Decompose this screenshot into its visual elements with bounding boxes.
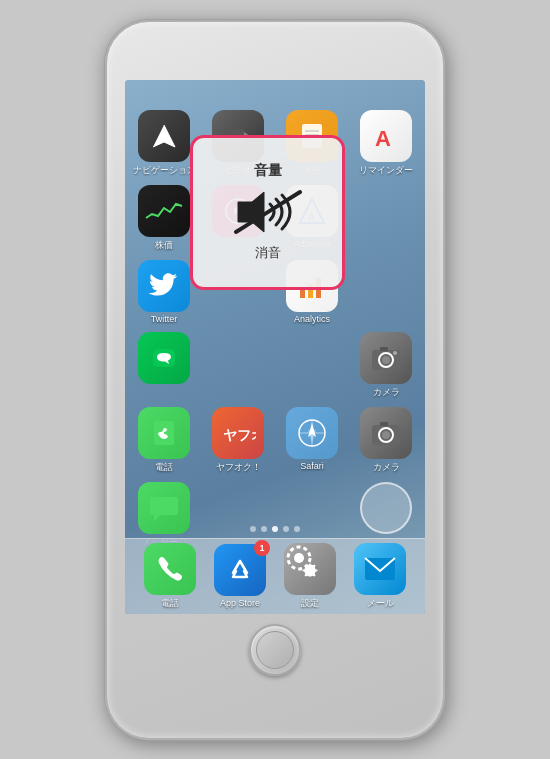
volume-overlay: 音量 消音: [190, 135, 345, 290]
status-bar: [125, 80, 425, 100]
svg-point-20: [393, 351, 397, 355]
app-camera-row5[interactable]: カメラ: [351, 407, 421, 474]
app-empty-3: [351, 260, 421, 324]
svg-rect-19: [380, 347, 388, 351]
svg-text:A: A: [375, 126, 391, 151]
home-button-inner: [256, 631, 294, 669]
phone-body: ナビゲーション ビデオ: [105, 20, 445, 740]
volume-status: 消音: [255, 244, 281, 262]
app-stocks[interactable]: 株価: [129, 185, 199, 252]
dock-app-settings[interactable]: 設定: [284, 543, 336, 610]
app-reminder[interactable]: A リマインダー: [351, 110, 421, 177]
app-safari[interactable]: Safari: [277, 407, 347, 474]
svg-rect-30: [380, 422, 388, 426]
muted-speaker-icon: [228, 184, 308, 240]
appstore-badge: 1: [254, 540, 270, 556]
app-empty-1: [351, 185, 421, 252]
dock-app-mail[interactable]: メール: [354, 543, 406, 610]
dot-4: [283, 526, 289, 532]
phone-screen: ナビゲーション ビデオ: [125, 80, 425, 614]
dot-3: [272, 526, 278, 532]
app-empty-4: [203, 332, 273, 399]
svg-rect-12: [300, 290, 305, 298]
app-navigation[interactable]: ナビゲーション: [129, 110, 199, 177]
app-camera[interactable]: カメラ: [351, 332, 421, 399]
home-button[interactable]: [249, 624, 301, 676]
page-dots: [125, 526, 425, 532]
dot-2: [261, 526, 267, 532]
svg-text:ヤフオク!: ヤフオク!: [223, 427, 256, 443]
app-yahoo[interactable]: ヤフオク! ヤフオク！: [203, 407, 273, 474]
dock-app-appstore[interactable]: 1 App Store: [214, 544, 266, 608]
app-empty-5: [277, 332, 347, 399]
svg-point-34: [294, 553, 304, 563]
dock: 電話 1 App Store: [125, 538, 425, 614]
app-twitter[interactable]: Twitter: [129, 260, 199, 324]
volume-title: 音量: [254, 162, 282, 180]
svg-point-29: [382, 431, 390, 439]
dot-1: [250, 526, 256, 532]
app-phone-row5[interactable]: 電話: [129, 407, 199, 474]
svg-point-18: [382, 356, 390, 364]
dock-app-phone[interactable]: 電話: [144, 543, 196, 610]
dot-5: [294, 526, 300, 532]
app-line[interactable]: [129, 332, 199, 399]
